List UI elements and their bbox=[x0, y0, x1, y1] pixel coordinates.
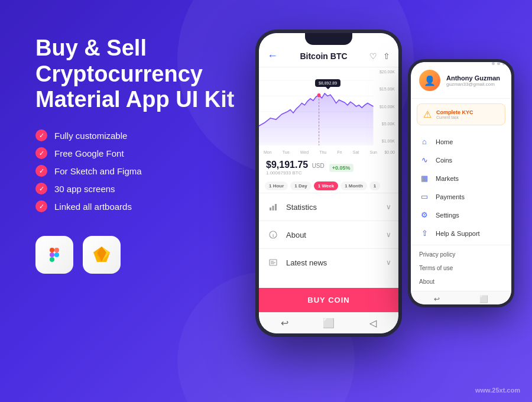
feature-item: ✓ Linked all artboards bbox=[35, 200, 260, 212]
nav-back-icon[interactable]: ↩ bbox=[281, 317, 288, 329]
menu-item-settings[interactable]: ⚙ Settings bbox=[411, 206, 511, 224]
x-label: Tue bbox=[283, 150, 290, 154]
price-currency: USD bbox=[312, 163, 325, 169]
phone-bottom-nav: ↩ ⬜ ◁ bbox=[259, 312, 398, 333]
profile-name: Anthony Guzman bbox=[446, 74, 500, 82]
nav-back-icon[interactable]: ↩ bbox=[434, 295, 440, 303]
svg-rect-0 bbox=[50, 248, 54, 252]
phones-container: ← Bitcoin BTC ♡ ⇧ $20.00K $15.00K $10.00… bbox=[255, 30, 514, 337]
menu-label-help: Help & Support bbox=[436, 230, 480, 237]
phone-main: ← Bitcoin BTC ♡ ⇧ $20.00K $15.00K $10.00… bbox=[255, 30, 402, 337]
nav-home-icon[interactable]: ⬜ bbox=[323, 317, 335, 329]
chart-area: $20.00K $15.00K $10.00K $5.00K $1.00K bbox=[259, 67, 398, 156]
check-icon: ✓ bbox=[35, 165, 47, 177]
feature-item: ✓ 30 app screens bbox=[35, 183, 260, 194]
warning-icon: ⚠ bbox=[423, 109, 432, 120]
menu-about-link[interactable]: About bbox=[411, 275, 511, 288]
menu-item-home[interactable]: ⌂ Home bbox=[411, 132, 511, 151]
menu-divider bbox=[411, 245, 511, 245]
nav-recent-icon[interactable]: ◁ bbox=[369, 317, 377, 329]
accordion-item-news[interactable]: Latest news ∨ bbox=[259, 248, 398, 276]
svg-point-4 bbox=[54, 252, 59, 257]
svg-rect-24 bbox=[271, 262, 275, 263]
phone-notch bbox=[305, 33, 352, 45]
header-actions: ♡ ⇧ bbox=[369, 51, 390, 61]
menu-item-coins[interactable]: ∿ Coins bbox=[411, 151, 511, 169]
x-label: Fri bbox=[337, 150, 342, 154]
back-arrow-icon[interactable]: ← bbox=[267, 50, 278, 62]
avatar: 👤 bbox=[419, 70, 440, 91]
svg-text:i: i bbox=[273, 233, 274, 238]
menu-terms-link[interactable]: Terms of use bbox=[411, 261, 511, 275]
time-filters: 1 Hour 1 Day 1 Week 1 Month 1 bbox=[259, 179, 398, 193]
feature-item: ✓ Free Google Font bbox=[35, 147, 260, 159]
time-filter-1day[interactable]: 1 Day bbox=[290, 181, 311, 190]
price-value: $9,191.75 bbox=[266, 160, 308, 170]
x-label: Wed bbox=[300, 150, 309, 154]
accordion-left: Latest news bbox=[266, 255, 327, 270]
share-icon[interactable]: ⇧ bbox=[383, 51, 390, 61]
time-filter-1month[interactable]: 1 Month bbox=[340, 181, 367, 190]
phone-second-screen: 👤 Anthony Guzman guzman33@gmail.com ⚠ Co… bbox=[411, 62, 511, 304]
y-label: $20.00K bbox=[379, 70, 395, 74]
watermark: www.25xt.com bbox=[475, 387, 520, 394]
y-label: $5.00K bbox=[382, 122, 395, 126]
time-filter-1week[interactable]: 1 Week bbox=[314, 181, 338, 190]
svg-rect-23 bbox=[271, 261, 274, 262]
svg-rect-18 bbox=[273, 206, 274, 210]
menu-label-settings: Settings bbox=[436, 212, 459, 219]
check-icon: ✓ bbox=[35, 183, 47, 194]
phone-screen: ← Bitcoin BTC ♡ ⇧ $20.00K $15.00K $10.00… bbox=[259, 33, 398, 333]
left-section: Buy & SellCryptocurrencyMaterial App UI … bbox=[35, 35, 260, 274]
home-icon: ⌂ bbox=[419, 137, 430, 146]
accordion-item-statistics[interactable]: Statistics ∨ bbox=[259, 193, 398, 221]
x-label: Thu bbox=[319, 150, 326, 154]
info-icon: i bbox=[266, 228, 280, 242]
svg-rect-3 bbox=[50, 257, 54, 262]
figma-icon bbox=[35, 236, 73, 274]
kyc-title: Complete KYC bbox=[436, 109, 473, 115]
kyc-subtitle: Current task bbox=[436, 115, 473, 119]
menu-label-payments: Payments bbox=[436, 193, 465, 200]
bar-chart-icon bbox=[266, 200, 280, 214]
check-icon: ✓ bbox=[35, 147, 47, 159]
menu-item-payments[interactable]: ▭ Payments bbox=[411, 187, 511, 206]
heart-icon[interactable]: ♡ bbox=[369, 51, 377, 61]
accordion-label-statistics: Statistics bbox=[286, 203, 317, 212]
menu-privacy-link[interactable]: Privacy policy bbox=[411, 248, 511, 261]
coins-icon: ∿ bbox=[419, 155, 430, 164]
y-label: $10.00K bbox=[379, 105, 395, 109]
price-display: $9,191.75 USD 1.00067933 BTC bbox=[266, 160, 325, 176]
feature-item: ✓ For Sketch and Figma bbox=[35, 165, 260, 177]
menu-label-coins: Coins bbox=[436, 157, 452, 164]
price-change-badge: +0.05% bbox=[329, 164, 353, 172]
buy-coin-button[interactable]: BUY COIN bbox=[259, 288, 398, 312]
svg-rect-19 bbox=[275, 204, 277, 210]
kyc-info: Complete KYC Current task bbox=[436, 109, 473, 119]
profile-section: 👤 Anthony Guzman guzman33@gmail.com bbox=[411, 65, 511, 99]
settings-icon: ⚙ bbox=[419, 210, 430, 219]
menu-item-help[interactable]: ⇧ Help & Support bbox=[411, 224, 511, 242]
accordion-item-about[interactable]: i About ∨ bbox=[259, 221, 398, 248]
menu-label-markets: Markets bbox=[436, 175, 459, 182]
svg-rect-17 bbox=[270, 208, 271, 210]
chevron-down-icon: ∨ bbox=[386, 231, 391, 239]
kyc-banner[interactable]: ⚠ Complete KYC Current task bbox=[417, 103, 505, 125]
time-filter-1hour[interactable]: 1 Hour bbox=[265, 181, 288, 190]
accordion-label-about: About bbox=[286, 231, 306, 239]
help-icon: ⇧ bbox=[419, 229, 430, 238]
chart-x-labels: Mon Tue Wed Thu Fri Sat Sun bbox=[264, 150, 377, 154]
chevron-down-icon: ∨ bbox=[386, 203, 391, 211]
svg-rect-2 bbox=[50, 252, 54, 257]
x-label: Sun bbox=[370, 150, 377, 154]
accordion-left: i About bbox=[266, 228, 306, 242]
nav-home-icon[interactable]: ⬜ bbox=[479, 295, 488, 303]
second-bottom-nav: ↩ ⬜ bbox=[411, 291, 511, 304]
sketch-icon bbox=[83, 236, 121, 274]
menu-item-markets[interactable]: ▦ Markets bbox=[411, 169, 511, 187]
main-title: Buy & SellCryptocurrencyMaterial App UI … bbox=[35, 35, 260, 113]
time-filter-extra[interactable]: 1 bbox=[369, 181, 380, 190]
price-tooltip: $8,892.89 bbox=[315, 79, 340, 87]
svg-rect-25 bbox=[271, 264, 274, 264]
accordion-label-news: Latest news bbox=[286, 258, 327, 267]
